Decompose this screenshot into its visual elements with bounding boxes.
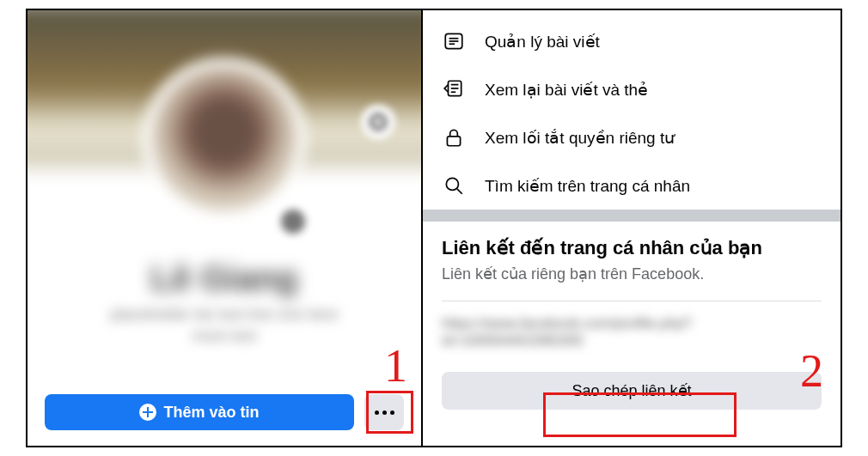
menu-label: Xem lại bài viết và thẻ [485, 80, 648, 100]
menu-item-manage-posts[interactable]: Quản lý bài viết [423, 17, 840, 65]
ellipsis-icon [375, 410, 394, 415]
copy-link-button[interactable]: Sao chép liên kết [442, 372, 822, 410]
thin-divider [442, 301, 822, 301]
section-subtitle: Liên kết của riêng bạn trên Facebook. [442, 264, 822, 283]
copy-link-label: Sao chép liên kết [572, 381, 691, 400]
section-divider [423, 210, 840, 222]
plus-circle-icon [139, 404, 156, 421]
lock-icon [442, 125, 466, 149]
menu-item-review-posts[interactable]: Xem lại bài viết và thẻ [423, 65, 840, 113]
profile-link-section: Liên kết đến trang cá nhân của bạn Liên … [423, 222, 840, 289]
svg-rect-8 [447, 137, 460, 146]
menu-label: Quản lý bài viết [485, 32, 600, 52]
menu-label: Tìm kiếm trên trang cá nhân [485, 176, 690, 196]
camera-badge-icon[interactable] [361, 105, 395, 139]
settings-panel: Quản lý bài viết Xem lại bài viết và thẻ… [423, 10, 840, 446]
annotation-marker-2: 2 [800, 344, 823, 398]
menu-item-privacy-shortcuts[interactable]: Xem lối tắt quyền riêng tư [423, 113, 840, 161]
svg-point-9 [446, 178, 458, 190]
add-to-story-button[interactable]: Thêm vào tin [45, 394, 354, 430]
search-icon [442, 173, 466, 198]
list-icon [442, 29, 466, 53]
review-icon [442, 77, 466, 101]
svg-line-10 [457, 189, 462, 194]
section-title: Liên kết đến trang cá nhân của bạn [442, 237, 822, 259]
menu-label: Xem lối tắt quyền riêng tư [485, 128, 675, 148]
menu-item-search-profile[interactable]: Tìm kiếm trên trang cá nhân [423, 161, 840, 210]
avatar[interactable] [143, 58, 306, 221]
annotation-marker-1: 1 [384, 339, 407, 392]
profile-bio: placeholder bio text line one here more … [28, 304, 421, 347]
profile-name: Lê Giang [28, 259, 421, 298]
add-to-story-label: Thêm vào tin [163, 404, 259, 422]
profile-panel: Lê Giang placeholder bio text line one h… [28, 10, 423, 446]
more-options-button[interactable] [364, 394, 404, 430]
avatar-camera-icon[interactable] [281, 210, 305, 234]
profile-url: https://www.facebook.com/profile.php?id=… [442, 315, 822, 348]
menu-list: Quản lý bài viết Xem lại bài viết và thẻ… [423, 10, 840, 210]
